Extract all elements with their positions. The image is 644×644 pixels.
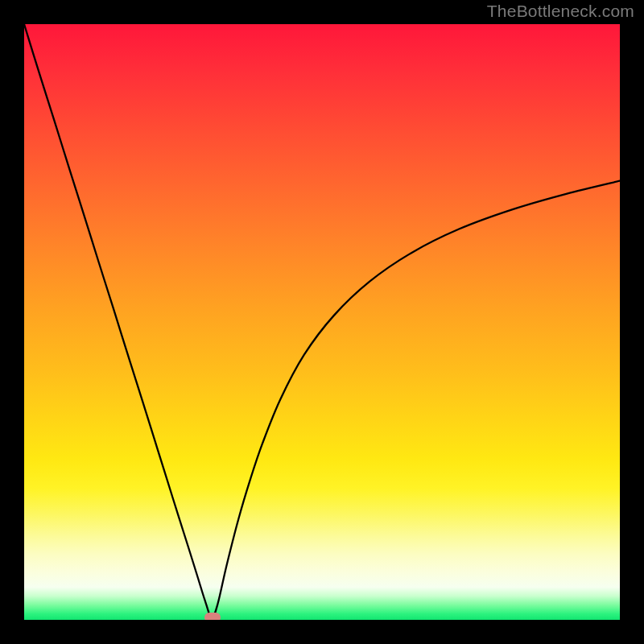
bottleneck-curve	[24, 24, 620, 618]
curve-svg	[24, 24, 620, 620]
watermark-text: TheBottleneck.com	[487, 2, 634, 21]
chart-frame: TheBottleneck.com	[0, 0, 644, 644]
plot-area	[24, 24, 620, 620]
optimum-marker	[204, 613, 221, 620]
